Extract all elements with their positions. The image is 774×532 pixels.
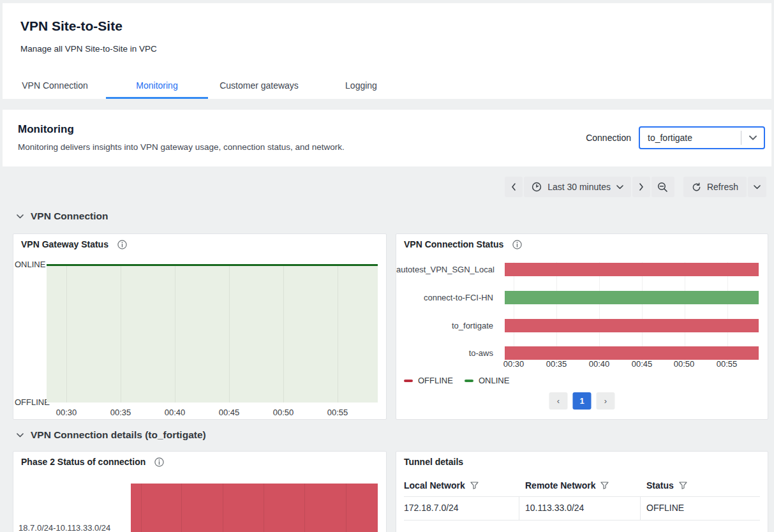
row-label: to-aws	[396, 348, 493, 358]
vpn-connection-status-panel: VPN Connection Status autotest_VPN_SGN_L…	[396, 233, 768, 420]
row-label: connect-to-FCI-HN	[396, 293, 493, 302]
pagination-next-button[interactable]: ›	[597, 392, 615, 410]
y-axis-label-online: ONLINE	[15, 260, 45, 269]
panel-title-row: VPN Gateway Status	[21, 239, 127, 249]
filter-icon[interactable]	[600, 482, 609, 489]
table-cell-remote-network: 10.113.33.0/24	[525, 503, 584, 513]
online-area-fill	[47, 265, 378, 403]
legend-item-offline[interactable]: OFFLINE	[404, 376, 453, 385]
gridline	[66, 266, 67, 403]
zoom-out-button[interactable]	[651, 177, 674, 197]
section-vpn-connection-details-label: VPN Connection details (to_fortigate)	[31, 429, 206, 441]
legend: OFFLINE ONLINE	[404, 376, 509, 385]
monitoring-description: Monitoring delivers insights into VPN ga…	[18, 142, 345, 152]
status-bar[interactable]	[505, 319, 759, 332]
panel-title: VPN Connection Status	[404, 239, 503, 249]
gateway-status-chart[interactable]	[47, 264, 378, 403]
gridline	[175, 266, 175, 403]
x-tick: 00:50	[665, 359, 703, 369]
zoom-out-icon	[657, 182, 668, 193]
table-divider	[404, 496, 760, 497]
panel-title: Tunnel details	[404, 457, 463, 467]
chevron-down-icon	[754, 185, 761, 189]
table-cell-local-network: 172.18.7.0/24	[404, 503, 459, 513]
chevron-down-icon	[741, 131, 764, 145]
gridline	[346, 484, 346, 532]
refresh-icon	[692, 182, 701, 192]
x-tick: 00:30	[47, 408, 86, 417]
online-legend-swatch	[465, 380, 473, 382]
tab-customer-gateways[interactable]: Customer gateways	[208, 73, 310, 99]
column-header-label: Local Network	[404, 480, 465, 491]
connection-select-value: to_fortigate	[640, 133, 741, 143]
gridline	[338, 266, 338, 403]
x-tick: 00:45	[623, 359, 661, 369]
monitoring-header: Monitoring Monitoring delivers insights …	[3, 110, 771, 166]
x-tick: 00:45	[210, 408, 248, 417]
table-cell-status: OFFLINE	[646, 503, 684, 513]
phase2-status-panel: Phase 2 Status of connection 18.7.0/24-1…	[13, 451, 387, 532]
cell-divider	[640, 497, 641, 520]
filter-icon[interactable]	[470, 482, 479, 489]
chevron-down-icon	[616, 185, 623, 189]
info-icon[interactable]	[117, 240, 127, 249]
tab-monitoring[interactable]: Monitoring	[106, 73, 208, 99]
time-shift-back-button[interactable]	[505, 177, 523, 197]
time-shift-forward-button[interactable]	[632, 177, 650, 197]
legend-label: ONLINE	[479, 376, 509, 385]
panel-title-row: Phase 2 Status of connection	[21, 457, 164, 467]
refresh-interval-button[interactable]	[748, 177, 766, 197]
clock-icon	[532, 182, 542, 192]
x-tick: 00:40	[156, 408, 194, 417]
cell-divider	[519, 497, 519, 520]
time-range-picker[interactable]: Last 30 minutes	[524, 177, 631, 197]
status-bar[interactable]	[505, 346, 759, 360]
panel-title-row: Tunnel details	[404, 457, 463, 467]
status-bar[interactable]	[131, 484, 378, 532]
offline-legend-swatch	[404, 380, 413, 382]
column-header-status[interactable]: Status	[646, 480, 687, 491]
legend-label: OFFLINE	[418, 376, 453, 385]
online-state-line	[47, 264, 378, 266]
tab-vpn-connection[interactable]: VPN Connection	[4, 73, 106, 99]
filter-icon[interactable]	[679, 482, 687, 489]
gridline	[264, 484, 264, 532]
connection-select[interactable]: to_fortigate	[639, 126, 765, 149]
monitoring-title: Monitoring	[18, 123, 74, 136]
pagination-prev-button[interactable]: ‹	[549, 392, 568, 410]
column-header-label: Remote Network	[525, 480, 595, 491]
refresh-button[interactable]: Refresh	[683, 177, 747, 197]
section-vpn-connection[interactable]: VPN Connection	[17, 211, 108, 222]
section-vpn-connection-details[interactable]: VPN Connection details (to_fortigate)	[17, 429, 206, 441]
gridline	[223, 484, 223, 532]
panel-title: VPN Gateway Status	[21, 239, 108, 249]
chevron-down-icon	[17, 433, 24, 438]
status-bar[interactable]	[505, 263, 759, 276]
x-tick: 00:30	[495, 359, 533, 369]
row-label: autotest_VPN_SGN_Local	[396, 265, 493, 274]
x-tick: 00:40	[580, 359, 618, 369]
tab-logging[interactable]: Logging	[310, 73, 412, 99]
x-tick: 00:50	[264, 408, 302, 417]
info-icon[interactable]	[154, 457, 164, 467]
info-icon[interactable]	[512, 240, 522, 249]
pagination-page-1-button[interactable]: 1	[573, 392, 592, 410]
gridline	[141, 484, 142, 532]
tunnel-details-panel: Tunnel details Local Network Remote Netw…	[396, 451, 768, 532]
page-subtitle: Manage all VPN Site-to-Site in VPC	[20, 44, 157, 54]
tab-bar: VPN Connection Monitoring Customer gatew…	[4, 73, 412, 99]
x-tick: 00:35	[101, 408, 140, 417]
column-header-label: Status	[646, 480, 674, 491]
row-label: 18.7.0/24-10.113.33.0/24	[19, 523, 110, 532]
x-tick: 00:55	[708, 359, 746, 369]
legend-item-online[interactable]: ONLINE	[465, 376, 509, 385]
status-bar[interactable]	[505, 291, 759, 304]
connection-label: Connection	[586, 133, 631, 143]
chevron-down-icon	[17, 214, 24, 219]
y-axis-label-offline: OFFLINE	[15, 397, 45, 407]
gridline	[229, 266, 230, 403]
gridline	[283, 266, 284, 403]
column-header-remote-network[interactable]: Remote Network	[525, 480, 609, 491]
row-label: to_fortigate	[396, 321, 493, 330]
column-header-local-network[interactable]: Local Network	[404, 480, 479, 491]
